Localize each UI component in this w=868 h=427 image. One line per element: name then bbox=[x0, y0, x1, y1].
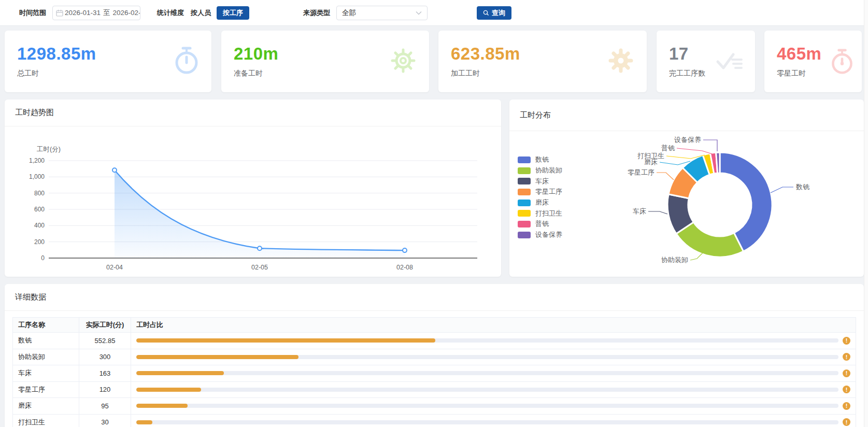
distribution-chart-title: 工时分布 bbox=[520, 110, 551, 120]
slice-label: 协助装卸 bbox=[661, 256, 688, 264]
gear-solid-icon bbox=[606, 46, 635, 75]
filter-toolbar: 时间范围 2026-01-31 至 2026-02-23 统计维度 按人员 按工… bbox=[0, 0, 868, 26]
data-point[interactable] bbox=[112, 168, 117, 172]
warning-icon[interactable]: ! bbox=[843, 402, 850, 410]
cell-actual-minutes: 95 bbox=[79, 398, 131, 414]
source-type-select[interactable]: 全部 bbox=[336, 6, 428, 20]
table-row-协助装卸: 协助装卸300! bbox=[12, 349, 856, 366]
query-button-label: 查询 bbox=[492, 8, 505, 18]
cell-hours-ratio: ! bbox=[131, 382, 856, 398]
gear-outline-icon bbox=[389, 46, 418, 75]
ratio-bar-track bbox=[136, 420, 838, 424]
cell-hours-ratio: ! bbox=[131, 365, 856, 381]
kpi-card-processing-hours: 623.85m 加工工时 bbox=[438, 31, 647, 92]
ratio-bar-fill bbox=[136, 371, 224, 375]
detail-table-title: 详细数据 bbox=[15, 292, 46, 302]
cell-hours-ratio: ! bbox=[131, 415, 856, 427]
y-tick-label: 600 bbox=[34, 206, 45, 213]
cell-process-name: 数铣 bbox=[13, 333, 79, 349]
ratio-bar-fill bbox=[136, 388, 201, 392]
chevron-down-icon bbox=[416, 11, 422, 15]
calendar-icon bbox=[56, 9, 63, 17]
source-type-value: 全部 bbox=[342, 8, 356, 18]
date-range-input[interactable]: 2026-01-31 至 2026-02-23 bbox=[52, 6, 140, 20]
slice-label: 数铣 bbox=[795, 183, 810, 191]
column-header-process-name: 工序名称 bbox=[13, 318, 79, 332]
cell-process-name: 协助装卸 bbox=[13, 349, 79, 365]
dashboard-page: 时间范围 2026-01-31 至 2026-02-23 统计维度 按人员 按工… bbox=[0, 0, 868, 427]
stopwatch-icon bbox=[830, 48, 855, 75]
ratio-bar-track bbox=[136, 371, 838, 375]
ratio-bar-track bbox=[136, 338, 838, 343]
label-leader-line bbox=[677, 148, 712, 154]
kpi-value: 1298.85m bbox=[17, 44, 199, 64]
warning-icon[interactable]: ! bbox=[843, 353, 850, 361]
source-type-label: 来源类型 bbox=[303, 8, 330, 18]
search-icon bbox=[483, 10, 489, 16]
x-tick-label: 02-05 bbox=[251, 264, 268, 271]
y-tick-label: 1,000 bbox=[29, 173, 45, 180]
trend-line-chart[interactable]: 02004006008001,0001,200工时(分)02-0402-0502… bbox=[5, 126, 501, 277]
cell-process-name: 零星工序 bbox=[13, 382, 79, 398]
distribution-chart-card: 工时分布 数铣协助装卸车床零星工序磨床打扫卫生普铣设备保养 数铣协助装卸车床零星… bbox=[509, 99, 864, 277]
stopwatch-icon bbox=[173, 46, 200, 75]
y-tick-label: 200 bbox=[34, 238, 45, 246]
cell-actual-minutes: 300 bbox=[79, 349, 131, 365]
dimension-by-person-button[interactable]: 按人员 bbox=[191, 8, 211, 18]
cell-process-name: 打扫卫生 bbox=[13, 415, 79, 427]
x-tick-label: 02-08 bbox=[396, 264, 413, 271]
ratio-bar-fill bbox=[136, 338, 435, 343]
ratio-bar-track bbox=[136, 355, 838, 359]
label-leader-line bbox=[771, 187, 793, 193]
ratio-bar-fill bbox=[136, 420, 152, 424]
cell-process-name: 车床 bbox=[13, 365, 79, 381]
cell-actual-minutes: 163 bbox=[79, 365, 131, 381]
x-tick-label: 02-04 bbox=[106, 264, 123, 271]
table-row-数铣: 数铣552.85! bbox=[12, 333, 856, 349]
donut-slice-设备保养[interactable] bbox=[716, 152, 720, 173]
slice-label: 车床 bbox=[633, 207, 646, 215]
kpi-card-total-hours: 1298.85m 总工时 bbox=[5, 31, 211, 92]
slice-label: 零星工序 bbox=[628, 168, 654, 176]
cell-actual-minutes: 552.85 bbox=[79, 333, 131, 349]
label-leader-line bbox=[657, 173, 674, 180]
date-range-end: 2026-02-23 bbox=[113, 9, 140, 17]
warning-icon[interactable]: ! bbox=[843, 369, 850, 377]
cell-hours-ratio: ! bbox=[131, 333, 856, 349]
kpi-card-sporadic-hours: 465m 零星工时 bbox=[764, 31, 862, 92]
y-tick-label: 0 bbox=[41, 254, 45, 262]
kpi-card-prep-hours: 210m 准备工时 bbox=[221, 31, 429, 92]
y-tick-label: 1,200 bbox=[29, 157, 45, 164]
slice-label: 设备保养 bbox=[674, 136, 701, 144]
kpi-label: 总工时 bbox=[17, 69, 199, 78]
data-point[interactable] bbox=[403, 248, 407, 252]
distribution-chart-header: 工时分布 bbox=[509, 99, 864, 131]
ratio-bar-fill bbox=[136, 404, 188, 408]
y-tick-label: 400 bbox=[34, 222, 45, 229]
dimension-label: 统计维度 bbox=[157, 8, 184, 18]
data-point[interactable] bbox=[258, 246, 262, 250]
ratio-bar-track bbox=[136, 404, 838, 408]
warning-icon[interactable]: ! bbox=[843, 386, 850, 393]
table-row-打扫卫生: 打扫卫生30! bbox=[12, 415, 856, 427]
warning-icon[interactable]: ! bbox=[843, 337, 850, 345]
query-button[interactable]: 查询 bbox=[477, 6, 511, 20]
table-row-车床: 车床163! bbox=[12, 365, 856, 382]
table-row-磨床: 磨床95! bbox=[12, 398, 856, 415]
column-header-hours-ratio: 工时占比 bbox=[131, 318, 856, 332]
page-scrollbar[interactable] bbox=[864, 0, 868, 427]
table-row-零星工序: 零星工序120! bbox=[12, 382, 856, 398]
column-header-actual-minutes: 实际工时(分) bbox=[79, 318, 131, 332]
label-leader-line bbox=[703, 140, 717, 151]
dimension-by-process-button[interactable]: 按工序 bbox=[217, 6, 249, 20]
trend-chart-card: 工时趋势图 02004006008001,0001,200工时(分)02-040… bbox=[5, 99, 501, 277]
y-tick-label: 800 bbox=[34, 190, 45, 197]
donut-chart[interactable]: 数铣协助装卸车床零星工序磨床打扫卫生普铣设备保养 bbox=[509, 131, 864, 277]
slice-label: 普铣 bbox=[661, 144, 675, 152]
cell-actual-minutes: 30 bbox=[79, 415, 131, 427]
cell-process-name: 磨床 bbox=[13, 398, 79, 414]
warning-icon[interactable]: ! bbox=[843, 418, 850, 426]
detail-table-card: 详细数据 工序名称 实际工时(分) 工时占比 数铣552.85!协助装卸300!… bbox=[5, 284, 864, 427]
date-range-separator: 至 bbox=[103, 8, 110, 18]
ratio-bar-fill bbox=[136, 355, 298, 359]
